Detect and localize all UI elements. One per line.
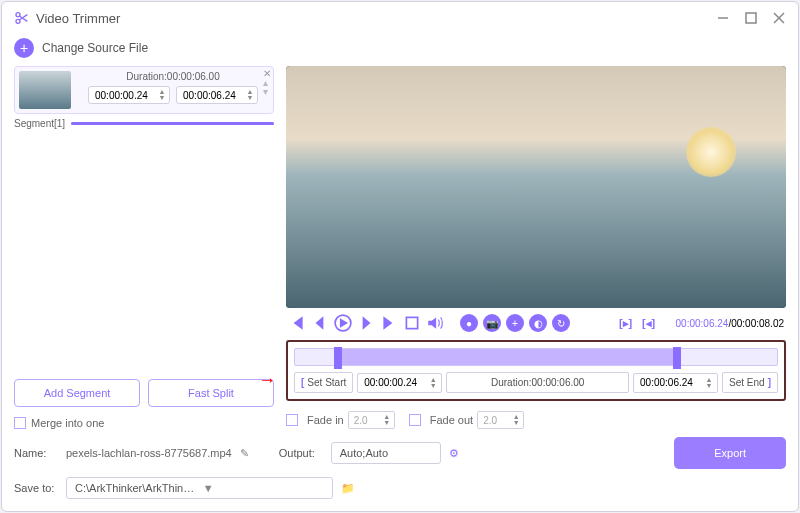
save-to-label: Save to: [14, 482, 58, 494]
player-controls: ● 📷 + ◐ ↻ [▸] [◂] 00:00:06.24/00:00:08.0… [286, 308, 786, 338]
step-back-icon[interactable] [311, 314, 329, 332]
down-icon[interactable]: ▼ [704, 383, 714, 389]
play-icon[interactable] [334, 314, 352, 332]
trim-handle-left[interactable] [334, 347, 342, 369]
preview-panel: ● 📷 + ◐ ↻ [▸] [◂] 00:00:06.24/00:00:08.0… [286, 66, 786, 429]
close-button[interactable] [772, 11, 786, 25]
add-segment-button[interactable]: Add Segment [14, 379, 140, 407]
segment-start-input[interactable]: ▲▼ [88, 86, 170, 104]
name-label: Name: [14, 447, 58, 459]
fast-split-button[interactable]: Fast Split [148, 379, 274, 407]
video-preview[interactable] [286, 66, 786, 308]
file-name: pexels-lachlan-ross-8775687.mp4 [66, 447, 232, 459]
fade-controls: Fade in ▲▼ Fade out ▲▼ [286, 411, 786, 429]
skip-start-icon[interactable] [288, 314, 306, 332]
bracket-left-icon[interactable]: [▸] [617, 314, 635, 332]
change-source-label[interactable]: Change Source File [42, 41, 148, 55]
fade-out-checkbox[interactable] [409, 414, 421, 426]
segment-item[interactable]: Duration:00:00:06.00 ▲▼ ▲▼ ✕ ▴ [14, 66, 274, 114]
duration-label: Duration:00:00:06.00 [126, 71, 219, 82]
callout-arrow-icon: → [258, 370, 276, 391]
down-icon[interactable]: ▼ [511, 420, 521, 426]
bottom-bar: Name: pexels-lachlan-ross-8775687.mp4 ✎ … [2, 429, 798, 511]
timeline-track[interactable] [294, 348, 778, 366]
open-folder-icon[interactable]: 📁 [341, 482, 355, 495]
chevron-down-icon[interactable]: ▾ [263, 87, 271, 96]
segments-panel: Duration:00:00:06.00 ▲▼ ▲▼ ✕ ▴ [14, 66, 274, 429]
refresh-icon[interactable]: ↻ [552, 314, 570, 332]
trim-start-input[interactable]: ▲▼ [357, 373, 442, 393]
segment-label: Segment[1] [14, 118, 65, 129]
down-icon[interactable]: ▼ [157, 95, 167, 101]
source-toolbar: + Change Source File [2, 34, 798, 66]
chevron-down-icon[interactable]: ▼ [203, 482, 325, 494]
titlebar: Video Trimmer [2, 2, 798, 34]
save-path-select[interactable]: C:\ArkThinker\ArkThink...erter Ultimate\… [66, 477, 333, 499]
trim-end-input[interactable]: ▲▼ [633, 373, 718, 393]
add-marker-icon[interactable]: + [506, 314, 524, 332]
trim-handle-right[interactable] [673, 347, 681, 369]
segment-end-input[interactable]: ▲▼ [176, 86, 258, 104]
volume-icon[interactable] [426, 314, 444, 332]
marker2-icon[interactable]: ◐ [529, 314, 547, 332]
fade-in-label: Fade in [307, 414, 344, 426]
svg-rect-7 [406, 317, 417, 328]
bracket-right-icon[interactable]: [◂] [640, 314, 658, 332]
trim-duration: Duration:00:00:06.00 [446, 372, 629, 393]
stop-icon[interactable] [403, 314, 421, 332]
gear-icon[interactable]: ⚙ [449, 447, 459, 460]
set-start-button[interactable]: [Set Start [294, 372, 353, 393]
marker1-icon[interactable]: ● [460, 314, 478, 332]
fade-in-checkbox[interactable] [286, 414, 298, 426]
segment-actions: ✕ ▴ ▾ [263, 69, 271, 96]
export-button[interactable]: Export [674, 437, 786, 469]
edit-name-icon[interactable]: ✎ [240, 447, 249, 460]
down-icon[interactable]: ▼ [428, 383, 438, 389]
down-icon[interactable]: ▼ [382, 420, 392, 426]
set-end-button[interactable]: Set End] [722, 372, 778, 393]
down-icon[interactable]: ▼ [245, 95, 255, 101]
time-display: 00:00:06.24/00:00:08.02 [676, 318, 784, 329]
merge-label: Merge into one [31, 417, 104, 429]
output-label: Output: [279, 447, 323, 459]
trim-box: → [Set Start ▲▼ Duration:00:00:06.00 [286, 340, 786, 401]
minimize-button[interactable] [716, 11, 730, 25]
fade-out-input[interactable]: ▲▼ [477, 411, 524, 429]
segment-slider[interactable] [71, 122, 274, 125]
snapshot-icon[interactable]: 📷 [483, 314, 501, 332]
add-source-button[interactable]: + [14, 38, 34, 58]
merge-checkbox[interactable] [14, 417, 26, 429]
output-select[interactable]: Auto;Auto [331, 442, 441, 464]
fade-out-label: Fade out [430, 414, 473, 426]
svg-rect-3 [746, 13, 756, 23]
step-fwd-icon[interactable] [357, 314, 375, 332]
maximize-button[interactable] [744, 11, 758, 25]
segment-thumbnail [19, 71, 71, 109]
app-window: Video Trimmer + Change Source File Durat… [1, 1, 799, 512]
fade-in-input[interactable]: ▲▼ [348, 411, 395, 429]
window-title: Video Trimmer [36, 11, 702, 26]
scissors-icon [14, 10, 30, 26]
skip-end-icon[interactable] [380, 314, 398, 332]
